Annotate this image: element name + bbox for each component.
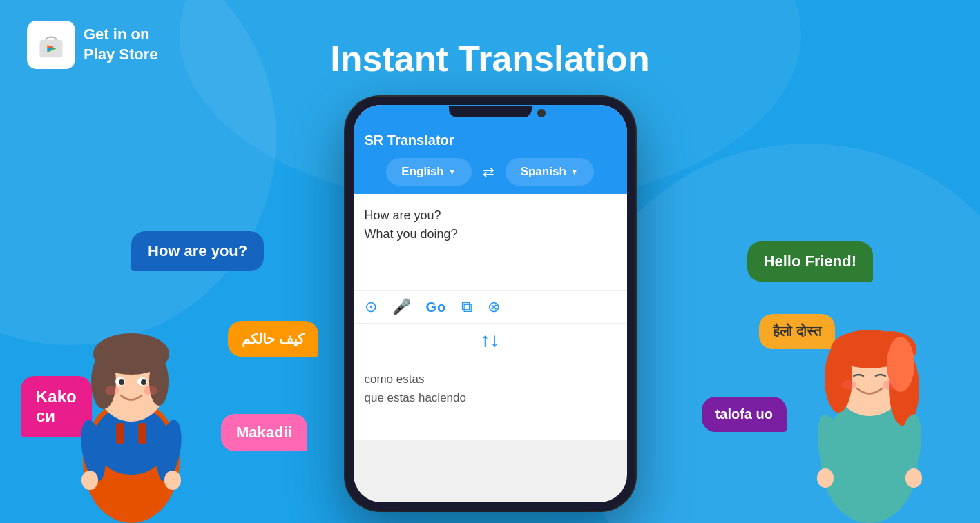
camera-icon[interactable]: ⊙ <box>365 298 377 316</box>
svg-point-38 <box>817 468 834 488</box>
input-area[interactable]: How are you? What you doing? <box>354 194 627 290</box>
swap-languages-button[interactable]: ⇄ <box>472 164 506 180</box>
action-bar: ⊙ 🎤 Go ⧉ ⊗ <box>354 290 627 323</box>
source-language-label: English <box>401 165 443 179</box>
character-left <box>35 247 228 523</box>
microphone-icon[interactable]: 🎤 <box>392 298 411 316</box>
svg-point-15 <box>119 379 124 385</box>
input-line2: What you doing? <box>365 225 616 244</box>
svg-rect-24 <box>138 423 146 444</box>
target-lang-chevron-icon: ▼ <box>570 167 579 177</box>
svg-point-34 <box>841 380 856 390</box>
svg-point-30 <box>825 344 852 413</box>
bubble-arabic: كيف حالكم <box>228 321 318 357</box>
svg-point-17 <box>105 386 119 395</box>
target-language-button[interactable]: Spanish ▼ <box>506 158 594 186</box>
svg-point-10 <box>91 354 116 409</box>
target-language-label: Spanish <box>521 165 566 179</box>
header-text: Get in on Play Store <box>84 25 158 64</box>
translate-arrows-icon: ↑↓ <box>481 329 500 351</box>
output-text: como estas que estas haciendo <box>365 370 616 407</box>
go-button[interactable]: Go <box>426 299 447 315</box>
bubble-makadii: Makadii <box>221 414 307 451</box>
phone-camera <box>537 109 546 117</box>
source-language-button[interactable]: English ▼ <box>386 158 471 186</box>
svg-point-21 <box>81 471 98 490</box>
clear-icon[interactable]: ⊗ <box>488 298 500 316</box>
output-area: como estas que estas haciendo <box>354 357 627 440</box>
svg-point-35 <box>883 380 898 390</box>
phone-inner: SR Translator English ▼ ⇄ Spanish ▼ <box>354 105 627 502</box>
play-store-icon[interactable] <box>27 21 75 69</box>
svg-point-22 <box>164 471 181 490</box>
main-title: Instant Translation <box>330 38 649 79</box>
phone-notch <box>449 106 532 117</box>
svg-point-18 <box>144 386 157 395</box>
output-line1: como estas <box>365 370 616 388</box>
character-right <box>773 233 966 523</box>
input-text: How are you? What you doing? <box>365 206 616 244</box>
svg-point-16 <box>141 379 146 385</box>
source-lang-chevron-icon: ▼ <box>448 167 457 177</box>
input-line1: How are you? <box>365 206 616 225</box>
app-name: SR Translator <box>365 132 454 148</box>
phone-outer: SR Translator English ▼ ⇄ Spanish ▼ <box>345 97 635 511</box>
language-bar: English ▼ ⇄ Spanish ▼ <box>354 158 627 194</box>
svg-rect-23 <box>116 423 124 444</box>
swap-icon: ⇄ <box>483 164 494 179</box>
phone-mockup: SR Translator English ▼ ⇄ Spanish ▼ <box>345 97 635 511</box>
copy-icon[interactable]: ⧉ <box>461 298 472 316</box>
translate-arrows-section: ↑↓ <box>354 323 627 357</box>
play-store-header[interactable]: Get in on Play Store <box>27 21 158 69</box>
svg-point-12 <box>117 337 166 371</box>
svg-point-39 <box>905 468 922 488</box>
output-line2: que estas haciendo <box>365 388 616 407</box>
